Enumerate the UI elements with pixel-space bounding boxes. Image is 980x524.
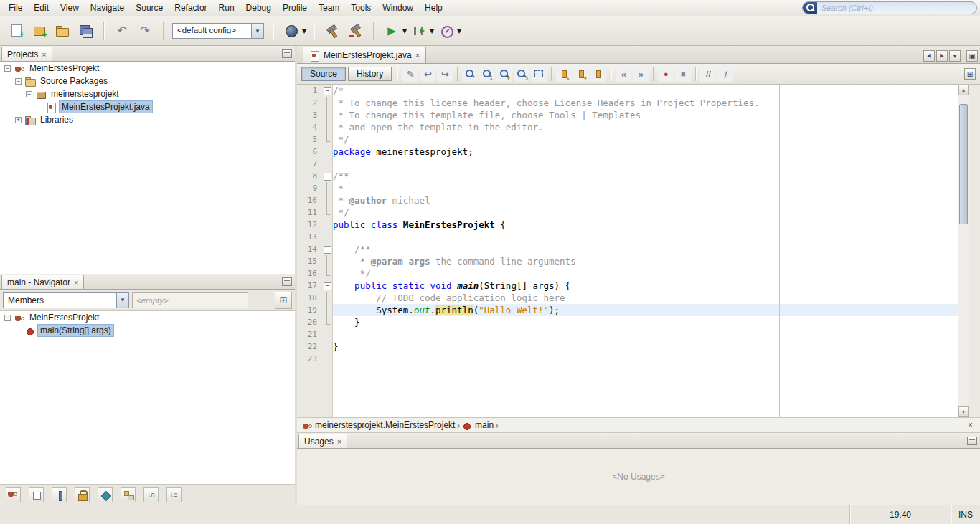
scroll-tabs-right-icon[interactable]: ▶ [936, 50, 948, 62]
tree-item-main-string-args[interactable]: main(String[] args) [0, 324, 295, 337]
expand-handle[interactable]: − [26, 91, 32, 97]
close-icon[interactable]: × [42, 51, 46, 58]
jump-forward-button[interactable]: ↪ [437, 66, 453, 82]
tree-item-meinerstesprojekt-java[interactable]: MeinErstesProjekt.java [0, 100, 295, 113]
close-icon[interactable]: × [74, 279, 78, 286]
code-line-17[interactable]: 17 public static void main(String[] args… [297, 280, 958, 292]
previous-bookmark-button[interactable]: ▲ [556, 66, 572, 82]
menu-navigate[interactable]: Navigate [85, 1, 130, 15]
breadcrumb-item-meinerstesprojekt-meinerstesprojekt[interactable]: meinerstesprojekt.MeinErstesProjekt [301, 420, 455, 431]
expand-handle[interactable]: + [15, 117, 22, 123]
code-line-10[interactable]: 10 * @author michael [297, 194, 958, 206]
expand-handle[interactable]: − [4, 315, 11, 321]
shift-line-right-button[interactable]: » [633, 66, 649, 82]
close-breadcrumb-icon[interactable]: × [968, 420, 976, 430]
shift-line-left-button[interactable]: « [616, 66, 631, 82]
tab-navigator[interactable]: main - Navigator × [1, 275, 84, 289]
menu-window[interactable]: Window [377, 1, 419, 15]
tree-item-libraries[interactable]: +Libraries [0, 113, 295, 126]
code-fold-icon[interactable] [321, 243, 333, 255]
menu-team[interactable]: Team [313, 1, 345, 15]
menu-file[interactable]: File [3, 1, 28, 15]
profile-project-button[interactable] [435, 20, 457, 42]
split-document-icon[interactable]: ⊞ [964, 68, 976, 80]
search-input[interactable] [817, 4, 976, 12]
minimize-window-icon[interactable] [967, 437, 977, 445]
run-project-button[interactable]: ▶ [381, 20, 402, 42]
find-selection-button[interactable] [462, 66, 478, 82]
sort-by-name-button[interactable]: ↓a [143, 487, 159, 502]
save-all-button[interactable] [75, 20, 96, 42]
minimize-window-icon[interactable] [282, 49, 292, 58]
code-line-19[interactable]: 19 System.out.println("Hallo Welt!"); [297, 304, 958, 316]
expand-handle[interactable]: − [4, 65, 11, 72]
breadcrumb-item-main[interactable]: main [461, 420, 494, 431]
menu-view[interactable]: View [55, 1, 85, 15]
scroll-tabs-left-icon[interactable]: ◀ [923, 50, 935, 62]
code-pane[interactable]: 1/*2 * To change this license header, ch… [297, 85, 958, 417]
code-line-16[interactable]: 16 */ [297, 267, 958, 280]
tab-list-dropdown-icon[interactable]: ▼ [949, 50, 961, 62]
scroll-down-icon[interactable]: ▼ [958, 406, 969, 417]
menu-source[interactable]: Source [130, 1, 169, 15]
code-line-5[interactable]: 5 */ [297, 133, 958, 146]
toggle-highlight-search-button[interactable]: a [514, 66, 529, 82]
toggle-bookmark-button[interactable] [590, 66, 606, 82]
code-line-1[interactable]: 1/* [297, 85, 958, 97]
chevron-down-icon[interactable]: ▾ [302, 26, 306, 36]
members-combo[interactable]: Members ▼ [3, 292, 129, 308]
scroll-up-icon[interactable]: ▲ [958, 85, 969, 95]
tree-item-source-packages[interactable]: −Source Packages [0, 75, 295, 87]
code-line-22[interactable]: 22} [297, 340, 958, 353]
quick-search[interactable] [802, 1, 977, 14]
code-fold-icon[interactable] [321, 170, 333, 182]
menu-edit[interactable]: Edit [28, 1, 55, 15]
code-line-6[interactable]: 6package meinerstesprojekt; [297, 146, 958, 158]
code-line-13[interactable]: 13 [297, 231, 958, 243]
clean-and-build-project-button[interactable] [344, 20, 366, 42]
show-inheritance-tree-button[interactable]: ⊞ [275, 292, 292, 309]
undo-button[interactable]: ↶ [111, 20, 133, 42]
chevron-down-icon[interactable]: ▼ [251, 24, 263, 38]
last-edit-location-button[interactable]: ✎ [402, 66, 418, 82]
comment-lines-button[interactable]: // [700, 66, 716, 82]
chevron-down-icon[interactable]: ▼ [116, 293, 128, 308]
show-fully-qualified-names-button[interactable] [121, 487, 136, 502]
debug-project-button[interactable] [408, 20, 430, 42]
menu-profile[interactable]: Profile [277, 1, 313, 15]
history-view-button[interactable]: History [348, 67, 392, 81]
code-line-21[interactable]: 21 [297, 328, 958, 340]
code-line-3[interactable]: 3 * To change this template file, choose… [297, 109, 958, 121]
close-icon[interactable]: × [337, 438, 341, 445]
chevron-down-icon[interactable]: ▾ [430, 26, 434, 36]
tree-item-meinerstesprojekt[interactable]: −meinerstesprojekt [0, 87, 295, 100]
next-bookmark-button[interactable]: ▼ [573, 66, 589, 82]
show-non-public-members-button[interactable] [75, 487, 90, 502]
menu-help[interactable]: Help [419, 1, 448, 15]
stop-macro-recording-button[interactable]: ■ [675, 66, 691, 82]
code-line-8[interactable]: 8/** [297, 170, 958, 182]
show-fields-button[interactable] [29, 487, 44, 502]
code-line-4[interactable]: 4 * and open the template in the editor. [297, 121, 958, 133]
scrollbar-thumb[interactable] [959, 104, 968, 224]
start-macro-recording-button[interactable]: ● [658, 66, 674, 82]
source-view-button[interactable]: Source [301, 67, 346, 81]
code-line-23[interactable]: 23 [297, 353, 958, 365]
find-next-occurrence-button[interactable]: ▼ [496, 66, 512, 82]
tree-item-meinerstesprojekt[interactable]: −MeinErstesProjekt [0, 311, 295, 324]
jump-back-button[interactable]: ↩ [420, 66, 435, 82]
menu-debug[interactable]: Debug [240, 1, 277, 15]
config-combo[interactable]: <default config>▼ [172, 23, 264, 39]
show-inherited-members-button[interactable] [6, 487, 21, 502]
redo-button[interactable]: ↷ [134, 20, 156, 42]
deploy-button[interactable] [281, 20, 302, 42]
vertical-scrollbar[interactable]: ▲ ▼ [958, 85, 969, 417]
code-line-2[interactable]: 2 * To change this license header, choos… [297, 97, 958, 109]
new-project-button[interactable] [29, 20, 50, 42]
tree-item-meinerstesprojekt[interactable]: −MeinErstesProjekt [0, 62, 295, 75]
show-static-members-button[interactable] [52, 487, 67, 502]
code-line-9[interactable]: 9 * [297, 182, 958, 194]
navigator-filter-input[interactable] [132, 292, 248, 308]
rectangular-selection-button[interactable] [531, 66, 547, 82]
maximize-window-icon[interactable]: ▣ [966, 50, 978, 62]
